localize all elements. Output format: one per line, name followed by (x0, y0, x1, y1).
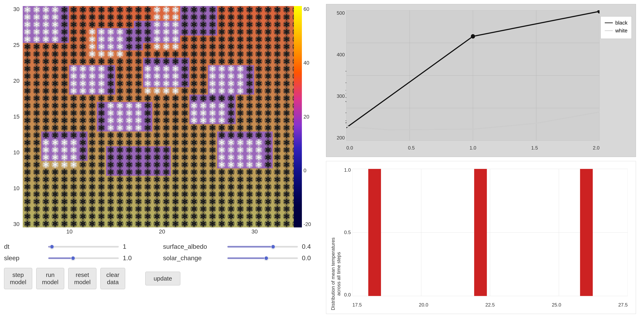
legend-black-line (605, 22, 613, 23)
x-label-20: 20 (159, 228, 165, 235)
line-chart-container: Number of daisies by color 500 400 300 2… (326, 4, 636, 157)
svg-rect-1 (31, 26, 67, 66)
update-button[interactable]: update (145, 272, 180, 285)
dt-label: dt (4, 243, 44, 250)
dt-value: 1 (123, 243, 139, 250)
chart-inner (346, 10, 600, 141)
y-label-25: 25 (13, 42, 21, 48)
right-panel: Number of daisies by color 500 400 300 2… (318, 0, 644, 322)
x-label-30: 30 (251, 228, 258, 235)
step-model-button[interactable]: stepmodel (4, 268, 32, 289)
y-label-20: 20 (13, 78, 21, 84)
bar-x-175: 17.5 (352, 302, 362, 308)
cb-label-20: 20 (304, 114, 311, 120)
line-chart-x-axis: 0.0 0.5 1.0 1.5 2.0 (346, 145, 600, 151)
x-10: 1.0 (470, 145, 476, 151)
bar-1 (368, 169, 381, 296)
solar-change-value: 0.0 (302, 254, 318, 262)
legend-white: white (605, 28, 628, 34)
line-chart-y-axis: 500 400 300 200 (326, 10, 346, 141)
x-00: 0.0 (346, 145, 353, 151)
sleep-value: 1.0 (123, 254, 139, 262)
svg-rect-14 (234, 117, 294, 197)
y-label-15: 15 (13, 114, 21, 120)
cb-label-40: 40 (304, 60, 311, 66)
surface-albedo-thumb[interactable] (271, 244, 275, 249)
x-label-10: 10 (66, 228, 72, 235)
surface-albedo-slider-track[interactable] (228, 246, 298, 248)
y-200: 200 (337, 135, 345, 141)
y-400: 400 (337, 52, 345, 58)
bar-chart-y-axis: 1.0 0.5 0.0 (326, 167, 352, 298)
surface-albedo-value: 0.4 (302, 243, 318, 250)
colorbar-gradient (294, 6, 302, 228)
solar-change-slider-track[interactable] (228, 258, 298, 259)
svg-rect-2 (95, 56, 119, 86)
solar-change-label: solar_change (163, 254, 224, 262)
cb-label-60: 60 (304, 6, 311, 12)
black-line-dot (471, 34, 475, 39)
x-axis-labels: 10 20 30 (23, 228, 301, 235)
surface-albedo-label: surface_albedo (163, 243, 224, 250)
bar-chart-container: Distribution of mean temperaturesacross … (326, 161, 636, 314)
bar-chart-svg (352, 167, 628, 298)
sleep-slider-track[interactable] (48, 258, 119, 259)
run-model-button[interactable]: runmodel (36, 268, 64, 289)
y-label-10: 10 (13, 149, 21, 156)
svg-rect-3 (134, 42, 174, 78)
y-label-0: 30 (13, 221, 21, 228)
solar-change-thumb[interactable] (264, 256, 268, 260)
surface-albedo-slider-group: surface_albedo 0.4 (163, 243, 318, 250)
cb-label-minus20: -20 (304, 221, 311, 228)
cb-label-0: 0 (304, 168, 311, 174)
legend-black: black (605, 20, 628, 26)
svg-rect-4 (180, 30, 210, 54)
x-05: 0.5 (408, 145, 414, 151)
clear-data-button[interactable]: cleardata (100, 268, 125, 289)
bar-y-10: 1.0 (344, 167, 351, 173)
bar-x-225: 22.5 (486, 302, 495, 308)
controls-panel: dt 1 surface_albedo 0.4 sleep (4, 239, 302, 307)
svg-rect-12 (93, 173, 154, 213)
svg-rect-13 (174, 177, 224, 217)
slider-row-2: sleep 1.0 solar_change 0.0 (4, 254, 302, 262)
x-15: 1.5 (531, 145, 538, 151)
legend-white-label: white (615, 28, 628, 34)
y-label-5: 10 (13, 185, 21, 192)
x-20: 2.0 (593, 145, 600, 151)
bar-chart-x-axis: 17.5 20.0 22.5 25.0 27.5 (352, 302, 628, 308)
dt-slider-thumb[interactable] (50, 244, 54, 249)
buttons-row: stepmodel runmodel resetmodel cleardata … (4, 268, 302, 289)
svg-rect-16 (33, 197, 93, 228)
chart-legend: black white (600, 16, 632, 39)
svg-rect-7 (204, 76, 244, 117)
y-500: 500 (337, 10, 345, 16)
line-chart-svg (346, 10, 600, 141)
legend-white-line (605, 30, 613, 31)
y-300: 300 (337, 94, 345, 99)
left-panel: 30 10 10 15 20 25 30 (0, 0, 318, 322)
bar-2 (474, 169, 487, 296)
bar-y-00: 0.0 (344, 292, 351, 298)
bar-x-200: 20.0 (419, 302, 428, 308)
bar-3 (580, 169, 593, 296)
sleep-slider-group: sleep 1.0 (4, 254, 139, 262)
solar-change-slider-group: solar_change 0.0 (163, 254, 318, 262)
sleep-slider-thumb[interactable] (71, 256, 75, 260)
black-line-dot-end (598, 10, 600, 14)
reset-model-button[interactable]: resetmodel (68, 268, 96, 289)
svg-rect-10 (43, 147, 83, 187)
bar-x-250: 25.0 (552, 302, 561, 308)
slider-row-1: dt 1 surface_albedo 0.4 (4, 243, 302, 250)
sleep-label: sleep (4, 254, 44, 262)
dt-slider-group: dt 1 (4, 243, 139, 250)
bar-x-275: 27.5 (618, 302, 628, 308)
flower-grid-svg (23, 6, 300, 228)
legend-black-label: black (615, 20, 628, 26)
svg-rect-8 (103, 127, 148, 167)
y-axis-labels: 30 10 10 15 20 25 30 (12, 6, 23, 228)
colorbar: 60 40 20 0 -20 (294, 6, 314, 228)
dt-slider-track[interactable] (48, 246, 119, 248)
bar-chart-inner (352, 167, 628, 298)
colorbar-labels: 60 40 20 0 -20 (302, 6, 311, 228)
